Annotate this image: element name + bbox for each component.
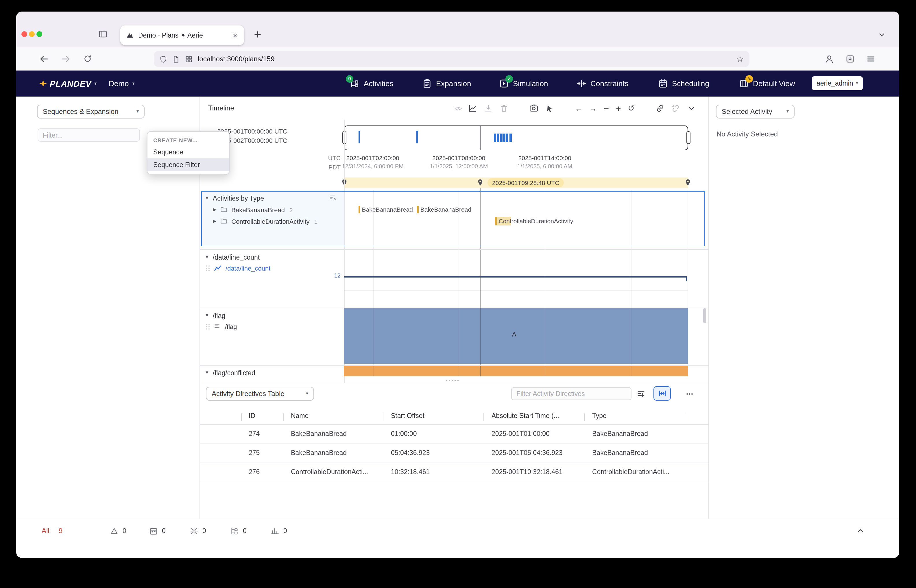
minimap-right-handle[interactable] <box>686 131 690 144</box>
collapse-caret-icon[interactable]: ▼ <box>205 370 209 375</box>
column-header[interactable]: Start Offset <box>391 412 425 419</box>
camera-icon[interactable] <box>530 103 539 113</box>
link-icon[interactable] <box>656 104 664 113</box>
table-row[interactable]: 275BakeBananaBread05:04:36.9232025-001T0… <box>200 444 708 463</box>
pointer-icon[interactable] <box>546 104 554 113</box>
flag-section-header[interactable]: ▼ /flag <box>200 310 344 321</box>
drag-handle-icon[interactable] <box>206 323 210 330</box>
zoom-out-icon[interactable]: − <box>604 104 609 113</box>
pan-left-icon[interactable]: ← <box>575 104 583 112</box>
row-filter-icon[interactable] <box>329 194 336 202</box>
trash-icon[interactable] <box>500 104 509 113</box>
collapse-caret-icon[interactable]: ▼ <box>205 313 209 318</box>
conflicted-section-header[interactable]: ▼ /flag/conflicted <box>200 367 344 378</box>
user-menu[interactable]: aerie_admin ▾ <box>812 76 863 90</box>
nav-scheduling[interactable]: Scheduling <box>658 71 709 97</box>
site-info-icon[interactable] <box>172 55 180 63</box>
bookmark-star-icon[interactable]: ☆ <box>737 55 744 63</box>
activity-type-row[interactable]: ▶ ControllableDurationActivity 1 <box>200 216 344 227</box>
console-scheduling-tab[interactable]: 0 <box>149 519 166 542</box>
left-filter-input[interactable] <box>37 128 140 142</box>
activity-directive-marker[interactable] <box>495 217 497 225</box>
timeline-scrollbar-thumb[interactable] <box>703 308 706 323</box>
reload-button[interactable] <box>83 54 92 63</box>
new-tab-button[interactable] <box>253 30 262 39</box>
flag-layer-row[interactable]: /flag <box>200 321 344 332</box>
collapse-caret-icon[interactable]: ▼ <box>205 254 209 260</box>
timeline-grid[interactable]: BakeBananaBreadBakeBananaBreadControllab… <box>344 190 688 376</box>
table-row[interactable]: 274BakeBananaBread01:00:002025-001T01:00… <box>200 425 708 444</box>
drag-handle-icon[interactable] <box>206 265 210 271</box>
chevron-down-icon[interactable] <box>687 104 695 113</box>
window-end-pin-icon[interactable] <box>685 179 690 186</box>
expand-caret-icon[interactable]: ▶ <box>213 207 216 212</box>
tab-list-chevron-icon[interactable] <box>878 31 886 39</box>
save-to-pocket-icon[interactable] <box>845 54 855 64</box>
collapse-caret-icon[interactable]: ▼ <box>205 195 209 200</box>
nav-constraints[interactable]: Constraints <box>577 71 628 97</box>
download-icon[interactable] <box>484 104 493 113</box>
app-logo[interactable]: PLANDEV ▾ <box>39 71 97 97</box>
zoom-in-icon[interactable]: + <box>616 104 621 113</box>
console-activities-tab[interactable]: 0 <box>230 519 247 542</box>
column-header[interactable]: Type <box>592 412 607 419</box>
activities-section-header[interactable]: ▼ Activities by Type <box>200 192 344 204</box>
chevron-up-icon[interactable] <box>853 524 868 538</box>
activity-directive-marker[interactable] <box>359 206 360 213</box>
window-zoom-button[interactable] <box>36 31 42 37</box>
table-view-selector[interactable]: Activity Directives Table ▾ <box>206 387 314 401</box>
menu-item-sequence[interactable]: Sequence <box>147 146 229 158</box>
menu-item-sequence-filter[interactable]: Sequence Filter <box>147 158 229 171</box>
console-all-tab[interactable]: All 9 <box>42 519 63 542</box>
timeline-toolbar: </> ← → − + ↺ <box>454 97 695 120</box>
chart-line-icon[interactable] <box>469 104 477 113</box>
cursor-line <box>480 188 481 376</box>
column-header[interactable]: Absolute Start Time (... <box>491 412 559 419</box>
console-simulation-tab[interactable]: 0 <box>271 519 287 542</box>
forward-button[interactable] <box>61 54 71 64</box>
right-panel-selector[interactable]: Selected Activity ▾ <box>716 105 795 118</box>
pan-right-icon[interactable]: → <box>590 104 597 112</box>
logo-star-icon <box>39 80 47 87</box>
plan-selector[interactable]: Demo ▾ <box>109 71 134 97</box>
menu-hamburger-icon[interactable] <box>866 54 876 64</box>
address-bar[interactable]: localhost:3000/plans/159 ☆ <box>154 51 750 67</box>
code-icon[interactable]: </> <box>454 105 462 111</box>
browser-tab[interactable]: Demo - Plans ✦ Aerie <box>120 26 244 45</box>
permissions-icon[interactable] <box>185 55 192 63</box>
timeline-minimap[interactable] <box>344 126 688 150</box>
console-violations-tab[interactable]: 0 <box>110 519 126 542</box>
panel-resize-handle[interactable] <box>445 379 460 381</box>
manage-columns-icon[interactable] <box>634 388 648 400</box>
table-row[interactable]: 276ControllableDurationActi...10:32:18.4… <box>200 463 708 482</box>
cursor-pin-icon[interactable] <box>477 179 483 186</box>
column-header[interactable]: ID <box>249 412 255 419</box>
fit-window-button[interactable] <box>653 386 671 401</box>
line-count-layer-row[interactable]: /data/line_count <box>200 262 344 273</box>
column-header[interactable]: Name <box>291 412 309 419</box>
unlink-icon[interactable] <box>671 104 680 113</box>
back-button[interactable] <box>39 54 48 64</box>
line-count-section-header[interactable]: ▼ /data/line_count <box>200 252 344 262</box>
activity-directive-marker[interactable] <box>417 206 419 213</box>
table-more-icon[interactable] <box>681 388 698 400</box>
left-panel-selector[interactable]: Sequences & Expansion ▾ <box>37 105 145 118</box>
conflicted-resource-span[interactable] <box>344 366 688 376</box>
tracking-protection-icon[interactable] <box>160 55 167 63</box>
activity-type-row[interactable]: ▶ BakeBananaBread 2 <box>200 204 344 215</box>
nav-activities[interactable]: 0 Activities <box>350 71 394 97</box>
firefox-view-icon[interactable] <box>98 29 108 39</box>
url-text[interactable]: localhost:3000/plans/159 <box>198 55 731 63</box>
window-close-button[interactable] <box>21 31 27 37</box>
account-icon[interactable] <box>825 54 834 64</box>
reset-view-icon[interactable]: ↺ <box>628 104 635 112</box>
tab-close-icon[interactable] <box>232 32 238 39</box>
table-filter-input[interactable] <box>511 388 632 400</box>
window-minimize-button[interactable] <box>29 31 35 37</box>
cursor-band[interactable]: 2025-001T09:28:48 UTC <box>344 178 688 188</box>
nav-default-view[interactable]: ✎ Default View <box>739 71 795 97</box>
nav-simulation[interactable]: ✓ Simulation <box>499 71 548 97</box>
nav-expansion[interactable]: Expansion <box>422 71 471 97</box>
expand-caret-icon[interactable]: ▶ <box>213 218 216 224</box>
console-settings-tab[interactable]: 0 <box>190 519 206 542</box>
